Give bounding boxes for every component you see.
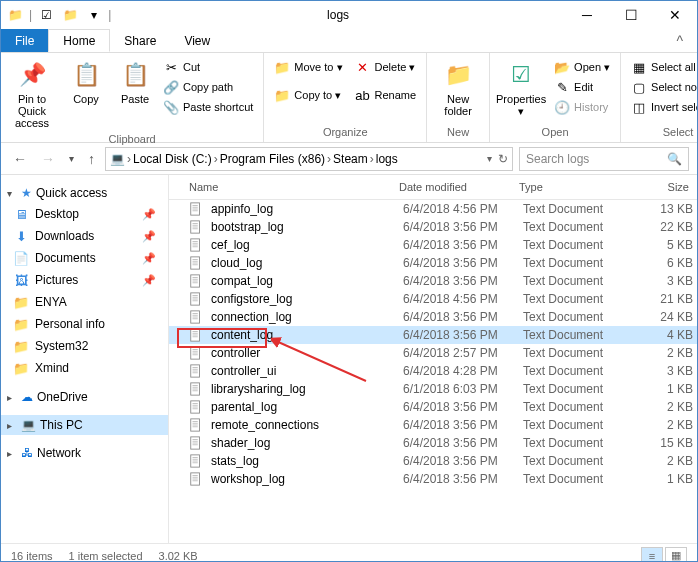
refresh-icon[interactable]: ↻ (492, 152, 508, 166)
file-row[interactable]: workshop_log6/4/2018 3:56 PMText Documen… (169, 470, 697, 488)
tab-file[interactable]: File (1, 29, 48, 52)
select-all-button[interactable]: ▦Select all (627, 57, 698, 77)
file-type: Text Document (523, 310, 633, 324)
cut-button[interactable]: ✂Cut (159, 57, 257, 77)
rename-button[interactable]: abRename (351, 85, 421, 105)
crumb-2[interactable]: Steam (333, 152, 368, 166)
forward-button[interactable]: → (37, 151, 59, 167)
text-file-icon (189, 274, 205, 288)
up-button[interactable]: ↑ (84, 151, 99, 167)
new-folder-button[interactable]: 📁 New folder (433, 57, 483, 119)
sidebar-network[interactable]: ▸ 🖧 Network (1, 443, 168, 463)
sidebar-onedrive[interactable]: ▸ ☁ OneDrive (1, 387, 168, 407)
invert-selection-button[interactable]: ◫Invert selection (627, 97, 698, 117)
file-row[interactable]: bootstrap_log6/4/2018 3:56 PMText Docume… (169, 218, 697, 236)
file-row[interactable]: stats_log6/4/2018 3:56 PMText Document2 … (169, 452, 697, 470)
search-input[interactable]: Search logs 🔍 (519, 147, 689, 171)
sidebar-item-pictures[interactable]: 🖼Pictures📌 (1, 269, 168, 291)
qat-dropdown-icon[interactable]: ▾ (84, 5, 104, 25)
sidebar-item-downloads[interactable]: ⬇Downloads📌 (1, 225, 168, 247)
crumb-1[interactable]: Program Files (x86) (220, 152, 325, 166)
file-name: controller_ui (211, 364, 403, 378)
document-icon: 📄 (13, 250, 29, 266)
file-row[interactable]: cef_log6/4/2018 3:56 PMText Document5 KB (169, 236, 697, 254)
file-row[interactable]: remote_connections6/4/2018 3:56 PMText D… (169, 416, 697, 434)
select-none-button[interactable]: ▢Select none (627, 77, 698, 97)
properties-button[interactable]: ☑ Properties ▾ (496, 57, 546, 119)
text-file-icon (189, 202, 205, 216)
history-button[interactable]: 🕘History (550, 97, 614, 117)
sidebar-item-label: ENYA (35, 295, 67, 309)
file-row[interactable]: controller6/4/2018 2:57 PMText Document2… (169, 344, 697, 362)
file-size: 2 KB (633, 418, 693, 432)
sidebar-item-xmind[interactable]: 📁Xmind (1, 357, 168, 379)
file-row[interactable]: librarysharing_log6/1/2018 6:03 PMText D… (169, 380, 697, 398)
pc-icon: 💻 (21, 418, 36, 432)
text-file-icon (189, 346, 205, 360)
file-date: 6/4/2018 3:56 PM (403, 220, 523, 234)
qat-properties-icon[interactable]: ☑ (36, 5, 56, 25)
file-date: 6/4/2018 4:56 PM (403, 202, 523, 216)
details-view-button[interactable]: ≡ (641, 547, 663, 563)
file-size: 2 KB (633, 454, 693, 468)
delete-button[interactable]: ✕Delete ▾ (351, 57, 421, 77)
text-file-icon (189, 436, 205, 450)
column-size[interactable]: Size (629, 181, 689, 193)
open-button[interactable]: 📂Open ▾ (550, 57, 614, 77)
back-button[interactable]: ← (9, 151, 31, 167)
file-row[interactable]: connection_log6/4/2018 3:56 PMText Docum… (169, 308, 697, 326)
close-button[interactable]: ✕ (653, 1, 697, 29)
copy-to-button[interactable]: 📁Copy to ▾ (270, 85, 346, 105)
sidebar-item-label: Pictures (35, 273, 78, 287)
icons-view-button[interactable]: ▦ (665, 547, 687, 563)
file-size: 2 KB (633, 400, 693, 414)
breadcrumb[interactable]: 💻 › Local Disk (C:)› Program Files (x86)… (105, 147, 513, 171)
pin-quick-access-button[interactable]: 📌 Pin to Quick access (7, 57, 57, 131)
file-row[interactable]: appinfo_log6/4/2018 4:56 PMText Document… (169, 200, 697, 218)
file-row[interactable]: parental_log6/4/2018 3:56 PMText Documen… (169, 398, 697, 416)
edit-button[interactable]: ✎Edit (550, 77, 614, 97)
copy-path-button[interactable]: 🔗Copy path (159, 77, 257, 97)
sidebar-item-enya[interactable]: 📁ENYA (1, 291, 168, 313)
move-to-button[interactable]: 📁Move to ▾ (270, 57, 346, 77)
file-type: Text Document (523, 220, 633, 234)
file-row[interactable]: controller_ui6/4/2018 4:28 PMText Docume… (169, 362, 697, 380)
crumb-3[interactable]: logs (376, 152, 398, 166)
column-name[interactable]: Name (189, 181, 399, 193)
file-type: Text Document (523, 274, 633, 288)
sidebar-item-system32[interactable]: 📁System32 (1, 335, 168, 357)
text-file-icon (189, 220, 205, 234)
sidebar-item-documents[interactable]: 📄Documents📌 (1, 247, 168, 269)
file-name: connection_log (211, 310, 403, 324)
sidebar-item-label: Documents (35, 251, 96, 265)
file-row[interactable]: cloud_log6/4/2018 3:56 PMText Document6 … (169, 254, 697, 272)
crumb-0[interactable]: Local Disk (C:) (133, 152, 212, 166)
file-row[interactable]: compat_log6/4/2018 3:56 PMText Document3… (169, 272, 697, 290)
file-row[interactable]: configstore_log6/4/2018 4:56 PMText Docu… (169, 290, 697, 308)
qat-newfolder-icon[interactable]: 📁 (60, 5, 80, 25)
sidebar-item-personal-info[interactable]: 📁Personal info (1, 313, 168, 335)
column-type[interactable]: Type (519, 181, 629, 193)
file-date: 6/4/2018 3:56 PM (403, 256, 523, 270)
file-name: cef_log (211, 238, 403, 252)
tab-view[interactable]: View (170, 29, 224, 52)
sidebar-item-desktop[interactable]: 🖥Desktop📌 (1, 203, 168, 225)
paste-shortcut-button[interactable]: 📎Paste shortcut (159, 97, 257, 117)
copy-button[interactable]: 📋 Copy (61, 57, 111, 107)
file-row[interactable]: shader_log6/4/2018 3:56 PMText Document1… (169, 434, 697, 452)
maximize-button[interactable]: ☐ (609, 1, 653, 29)
file-row[interactable]: content_log6/4/2018 3:56 PMText Document… (169, 326, 697, 344)
tab-home[interactable]: Home (48, 29, 110, 52)
file-name: parental_log (211, 400, 403, 414)
ribbon-collapse-icon[interactable]: ^ (662, 29, 697, 52)
paste-button[interactable]: 📋 Paste (115, 57, 155, 107)
sidebar-quick-access[interactable]: ▾ ★ Quick access (1, 183, 168, 203)
sidebar-this-pc[interactable]: ▸ 💻 This PC (1, 415, 168, 435)
file-type: Text Document (523, 364, 633, 378)
recent-button[interactable]: ▾ (65, 153, 78, 164)
file-name: appinfo_log (211, 202, 403, 216)
minimize-button[interactable]: ─ (565, 1, 609, 29)
tab-share[interactable]: Share (110, 29, 170, 52)
scissors-icon: ✂ (163, 59, 179, 75)
column-date[interactable]: Date modified (399, 181, 519, 193)
